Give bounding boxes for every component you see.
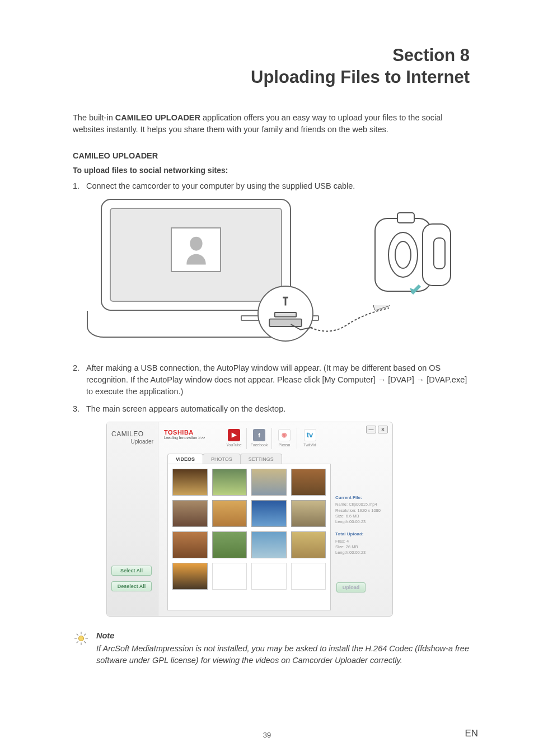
tab-settings[interactable]: SETTINGS: [240, 454, 282, 464]
thumbnail[interactable]: [251, 500, 287, 527]
thumbnail[interactable]: [212, 500, 247, 527]
thumbnail-empty: [291, 563, 326, 590]
social-twitvid[interactable]: tv TwitVid: [297, 428, 322, 449]
svg-rect-8: [397, 213, 414, 223]
social-youtube[interactable]: ▶ YouTube: [222, 428, 247, 449]
twitvid-icon: tv: [304, 429, 316, 441]
section-heading: Section 8 Uploading Files to Internet: [73, 45, 470, 88]
note-heading: Note: [96, 630, 470, 642]
note-block: Note If ArcSoft MediaImpression is not i…: [73, 630, 470, 666]
youtube-icon: ▶: [228, 429, 240, 441]
step-2: 2. After making a USB connection, the Au…: [73, 362, 470, 398]
section-label: Section 8: [392, 45, 470, 65]
svg-rect-1: [269, 319, 302, 326]
tab-videos[interactable]: VIDEOS: [167, 454, 203, 464]
thumbnail-grid: [167, 464, 331, 610]
minimize-button[interactable]: —: [366, 426, 376, 433]
thumbnail[interactable]: [291, 531, 326, 558]
step-3: 3. The main screen appears automatically…: [73, 403, 470, 415]
app-name: CAMILEO UPLOADER: [115, 113, 200, 122]
section-title-text: Uploading Files to Internet: [251, 67, 470, 87]
tab-photos[interactable]: PHOTOS: [203, 454, 241, 464]
camcorder-illustration: [358, 207, 459, 300]
note-body: If ArcSoft MediaImpression is not instal…: [96, 644, 469, 665]
note-text: Note If ArcSoft MediaImpression is not i…: [96, 630, 470, 666]
thumbnail[interactable]: [212, 469, 247, 496]
uploader-window: CAMILEO Uploader Select All Deselect All…: [106, 422, 393, 617]
svg-point-9: [79, 636, 84, 641]
usb-port-inset: [257, 286, 313, 342]
picasa-icon: ◉: [278, 429, 291, 441]
page-number: 39: [263, 731, 271, 739]
thumbnail[interactable]: [291, 469, 326, 496]
thumbnail[interactable]: [251, 531, 287, 558]
social-facebook[interactable]: f Facebook: [247, 428, 272, 449]
current-file-heading: Current File:: [335, 495, 386, 501]
social-picasa[interactable]: ◉ Picasa: [272, 428, 297, 449]
step-1: 1. Connect the camcorder to your compute…: [73, 180, 470, 192]
sun-note-icon: [73, 630, 90, 647]
thumbnail[interactable]: [172, 469, 208, 496]
thumbnail[interactable]: [212, 531, 247, 558]
select-all-button[interactable]: Select All: [111, 566, 152, 576]
tab-row: VIDEOS PHOTOS SETTINGS: [167, 454, 282, 464]
usb-connection-diagram: [101, 199, 459, 344]
sidebar-brand-sub: Uploader: [111, 438, 153, 445]
toshiba-logo: TOSHIBA Leading Innovation >>>: [164, 429, 205, 440]
svg-rect-7: [434, 238, 445, 269]
close-button[interactable]: X: [378, 426, 388, 433]
svg-rect-0: [275, 312, 296, 317]
language-indicator: EN: [465, 728, 478, 739]
uploader-sidebar: CAMILEO Uploader Select All Deselect All: [107, 422, 158, 616]
facebook-icon: f: [253, 429, 265, 441]
thumbnail-empty: [251, 563, 287, 590]
thumbnail[interactable]: [172, 563, 208, 590]
sidebar-brand: CAMILEO: [111, 430, 153, 438]
upload-button[interactable]: Upload: [336, 582, 366, 592]
howto-heading: To upload files to social networking sit…: [73, 166, 470, 175]
window-controls: — X: [366, 426, 388, 433]
svg-point-6: [395, 241, 411, 268]
info-panel: Current File: Name: Clip00015.mp4 Resolu…: [335, 495, 386, 556]
deselect-all-button[interactable]: Deselect All: [111, 581, 152, 591]
thumbnail[interactable]: [172, 531, 208, 558]
thumbnail[interactable]: [251, 469, 287, 496]
intro-paragraph: The built-in CAMILEO UPLOADER applicatio…: [73, 112, 470, 136]
thumbnail[interactable]: [291, 500, 326, 527]
social-sites-row: ▶ YouTube f Facebook ◉ Picasa tv TwitVid: [222, 428, 322, 449]
uploader-heading: CAMILEO UPLOADER: [73, 151, 470, 160]
avatar-placeholder: [171, 227, 221, 272]
thumbnail-empty: [212, 563, 247, 590]
total-upload-heading: Total Upload:: [335, 531, 386, 538]
usb-cable: [308, 305, 392, 339]
thumbnail[interactable]: [172, 500, 208, 527]
